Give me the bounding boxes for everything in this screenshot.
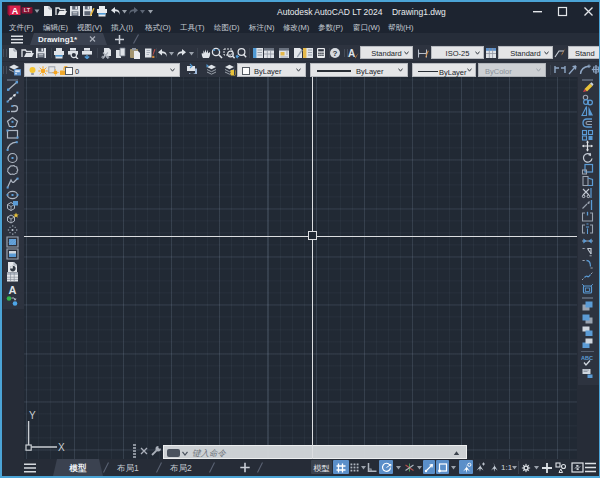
svg-text:LT: LT [24,7,31,13]
svg-text:模型: 模型 [69,463,88,473]
svg-text:A: A [12,6,19,16]
svg-text:A: A [9,284,17,296]
svg-text:Y: Y [29,410,36,421]
svg-text:Drawing1*: Drawing1* [38,35,78,44]
svg-text:?: ? [333,49,338,58]
svg-text:ABC: ABC [581,355,593,361]
svg-text:X: X [58,442,65,453]
svg-text:A: A [348,48,355,59]
